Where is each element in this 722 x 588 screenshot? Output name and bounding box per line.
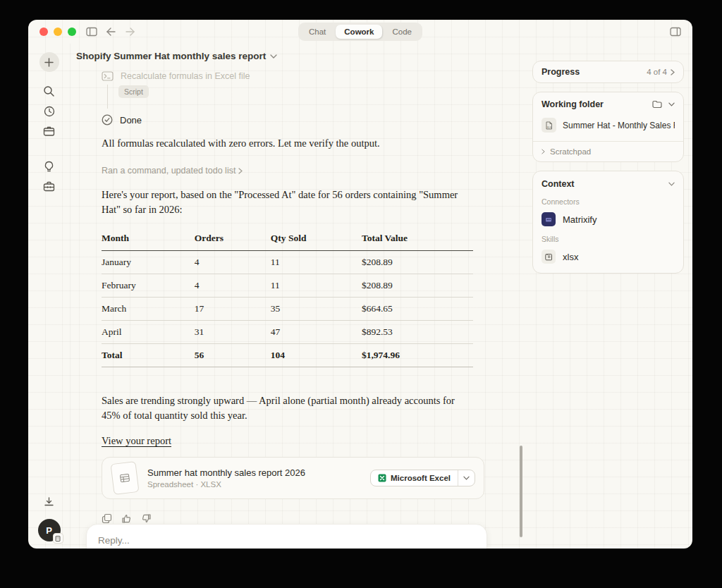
tab-chat[interactable]: Chat [300, 25, 334, 39]
back-arrow-icon[interactable] [106, 27, 116, 36]
open-with-menu-button[interactable] [458, 470, 475, 486]
tab-cowork[interactable]: Cowork [336, 25, 382, 39]
header-qty: Qty Sold [271, 228, 362, 251]
lightbulb-icon[interactable] [44, 157, 54, 176]
table-row: January 4 11 $208.89 [102, 251, 473, 274]
open-with-button: Microsoft Excel [370, 470, 475, 486]
chevron-right-icon [671, 69, 675, 75]
working-folder-header[interactable]: Working folder [533, 92, 683, 114]
progress-status: 4 of 4 [647, 68, 667, 76]
header-orders: Orders [195, 228, 271, 251]
table-row: March 17 35 $664.65 [102, 298, 473, 321]
app-window: Chat Cowork Code [28, 20, 692, 549]
excel-icon [378, 474, 386, 482]
connector-matrixify[interactable]: Matrixify [542, 212, 675, 226]
download-icon[interactable] [44, 493, 54, 510]
reply-composer: Opus 4.6 [86, 524, 487, 549]
working-folder-file[interactable]: XLS Summer Hat - Monthly Sales Re... [533, 114, 683, 141]
titlebar: Chat Cowork Code [28, 20, 692, 44]
forward-arrow-icon[interactable] [125, 27, 135, 36]
document-icon [110, 461, 139, 495]
desktop-background: Chat Cowork Code [0, 0, 722, 588]
matrixify-icon [542, 212, 556, 226]
assistant-message-verify: All formulas recalculated with zero erro… [102, 136, 473, 151]
assistant-message-trend: Sales are trending strongly upward — Apr… [102, 393, 473, 423]
conversation-title[interactable]: Shopify Summer Hat monthly sales report [76, 51, 516, 61]
chevron-down-icon [668, 182, 675, 186]
thumbs-down-icon[interactable] [141, 513, 152, 524]
open-button-label: Microsoft Excel [391, 474, 451, 482]
assistant-message-intro: Here's your report, based on the "Proces… [102, 188, 473, 217]
inbox-box-icon[interactable] [43, 122, 55, 140]
working-folder-card: Working folder XLS Summer Hat - Monthly … [532, 92, 684, 162]
cell: 11 [271, 251, 362, 274]
zoom-window-button[interactable] [68, 27, 76, 36]
cell: $892.53 [362, 321, 473, 344]
svg-text:XLS: XLS [546, 125, 551, 128]
cell: 47 [271, 321, 362, 344]
connectors-label: Connectors [542, 197, 675, 206]
cell: 17 [195, 298, 271, 321]
right-panel: Progress 4 of 4 Working folder [530, 44, 692, 549]
cell: March [102, 298, 195, 321]
toolbox-icon[interactable] [43, 178, 55, 195]
script-badge[interactable]: Script [118, 85, 149, 98]
main-content: Shopify Summer Hat monthly sales report … [71, 44, 530, 549]
copy-icon[interactable] [102, 513, 112, 524]
cell-total: $1,974.96 [362, 344, 473, 367]
working-folder-title: Working folder [542, 99, 604, 109]
context-header[interactable]: Context [542, 179, 675, 189]
cell: 4 [195, 274, 271, 298]
folder-icon[interactable] [652, 100, 662, 109]
done-label: Done [120, 115, 142, 125]
cell-total: 56 [195, 344, 271, 367]
message-actions [102, 513, 473, 524]
mode-switcher: Chat Cowork Code [298, 23, 422, 41]
progress-title: Progress [542, 67, 580, 77]
history-clock-icon[interactable] [44, 102, 55, 121]
progress-card[interactable]: Progress 4 of 4 [532, 61, 684, 83]
sales-report-table: Month Orders Qty Sold Total Value Januar… [102, 228, 473, 367]
cell: 31 [195, 321, 271, 344]
file-title: Summer hat monthly sales report 2026 [147, 467, 360, 478]
done-row: Done [102, 114, 473, 125]
table-header-row: Month Orders Qty Sold Total Value [102, 228, 473, 251]
cell: 11 [271, 274, 362, 298]
context-title: Context [542, 179, 575, 189]
traffic-lights [39, 27, 76, 36]
xls-file-icon: XLS [542, 118, 556, 133]
cell: $664.65 [362, 298, 473, 321]
scroll-icon [542, 250, 556, 264]
window-body: P Shopify Summer Hat monthly sales repor… [28, 44, 692, 549]
view-report-link[interactable]: View your report [102, 435, 171, 446]
chevron-down-icon[interactable] [668, 102, 675, 106]
sidebar-toggle-icon[interactable] [86, 27, 97, 37]
minimize-window-button[interactable] [54, 27, 62, 36]
tool-step-row[interactable]: Recalculate formulas in Excel file [102, 71, 473, 81]
connector-name: Matrixify [563, 214, 596, 225]
activity-summary[interactable]: Ran a command, updated todo list [102, 166, 473, 176]
close-window-button[interactable] [39, 27, 48, 36]
context-card: Context Connectors Matrixify Skills [532, 171, 684, 274]
header-value: Total Value [362, 228, 473, 251]
new-chat-button[interactable] [39, 52, 59, 72]
user-avatar[interactable]: P [38, 519, 61, 541]
search-icon[interactable] [43, 82, 55, 101]
activity-label: Ran a command, updated todo list [102, 166, 235, 176]
chat-scrollbar[interactable] [520, 446, 522, 537]
tab-code[interactable]: Code [384, 25, 420, 39]
check-circle-icon [102, 114, 113, 125]
scratchpad-row[interactable]: Scratchpad [533, 141, 683, 161]
open-with-excel-button[interactable]: Microsoft Excel [371, 470, 458, 486]
thumbs-up-icon[interactable] [121, 513, 132, 524]
cell: January [102, 251, 195, 274]
working-folder-file-name: Summer Hat - Monthly Sales Re... [563, 121, 675, 130]
cell: 35 [271, 298, 362, 321]
right-panel-icon[interactable] [670, 27, 681, 37]
chat-transcript: Recalculate formulas in Excel file Scrip… [102, 71, 473, 524]
chevron-right-icon [542, 149, 545, 154]
file-attachment-card[interactable]: Summer hat monthly sales report 2026 Spr… [102, 457, 484, 499]
reply-input[interactable] [98, 535, 475, 546]
skill-xlsx[interactable]: xlsx [542, 250, 675, 264]
file-meta: Summer hat monthly sales report 2026 Spr… [147, 467, 360, 489]
